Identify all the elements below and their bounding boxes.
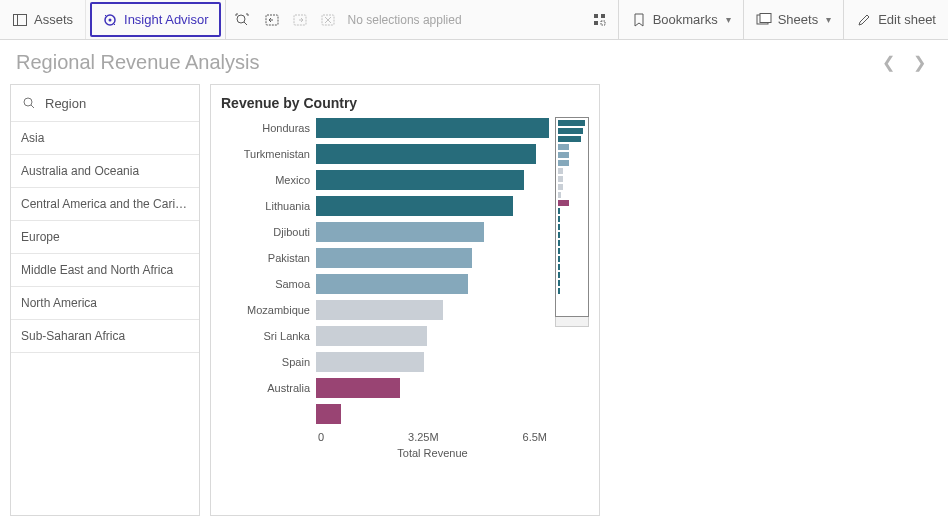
bar-fill	[316, 170, 524, 190]
bar-row[interactable]: Sri Lanka	[221, 325, 549, 347]
sheets-label: Sheets	[778, 12, 818, 27]
filter-list-item[interactable]: Europe	[11, 221, 199, 254]
clear-selections-icon	[320, 12, 336, 28]
selections-tool-button[interactable]	[582, 0, 618, 39]
svg-point-19	[24, 98, 32, 106]
bar-label: Australia	[221, 382, 316, 394]
minimap-bar	[558, 248, 560, 254]
bar-fill	[316, 352, 424, 372]
minimap-bar	[558, 256, 560, 262]
minimap-bar	[558, 184, 563, 190]
minimap-bar	[558, 152, 569, 158]
chevron-down-icon: ▾	[726, 14, 731, 25]
top-toolbar: Assets Insight Advisor No selections app…	[0, 0, 948, 40]
bar-fill	[316, 300, 443, 320]
smart-search-button[interactable]	[226, 0, 258, 39]
svg-line-20	[31, 105, 34, 108]
bar-row[interactable]: Honduras	[221, 117, 549, 139]
bar-fill	[316, 248, 472, 268]
selections-status-text: No selections applied	[342, 0, 462, 39]
bar-label: Djibouti	[221, 226, 316, 238]
bar-fill	[316, 378, 400, 398]
bar-label: Mozambique	[221, 304, 316, 316]
bar-fill	[316, 274, 468, 294]
page-title: Regional Revenue Analysis	[16, 51, 882, 74]
minimap-bar	[558, 136, 581, 142]
next-sheet-button[interactable]: ❯	[913, 53, 926, 72]
sheets-button[interactable]: Sheets ▾	[744, 0, 843, 39]
sheets-icon	[756, 12, 772, 28]
assets-button[interactable]: Assets	[0, 0, 86, 39]
axis-tick: 3.25M	[408, 431, 439, 443]
bar-fill	[316, 118, 549, 138]
bar-fill	[316, 144, 536, 164]
minimap-bar	[558, 192, 561, 198]
axis-tick: 0	[318, 431, 324, 443]
chart-title: Revenue by Country	[221, 95, 589, 111]
chevron-down-icon: ▾	[826, 14, 831, 25]
chart-bars: HondurasTurkmenistanMexicoLithuaniaDjibo…	[221, 117, 549, 425]
filter-pane: Region AsiaAustralia and OceaniaCentral …	[10, 84, 200, 516]
prev-sheet-button[interactable]: ❮	[882, 53, 895, 72]
clear-selections-button[interactable]	[314, 0, 342, 39]
chart-minimap[interactable]	[555, 117, 589, 327]
svg-rect-0	[14, 14, 27, 25]
svg-point-3	[109, 18, 112, 21]
bar-label: Spain	[221, 356, 316, 368]
region-search[interactable]: Region	[11, 85, 199, 122]
svg-line-7	[244, 22, 247, 25]
bar-row[interactable]: Mozambique	[221, 299, 549, 321]
filter-list-item[interactable]: North America	[11, 287, 199, 320]
filter-list-item[interactable]: Sub-Saharan Africa	[11, 320, 199, 353]
minimap-bar	[558, 216, 560, 222]
svg-rect-13	[594, 14, 598, 18]
svg-rect-16	[601, 21, 605, 25]
bar-row[interactable]: Mexico	[221, 169, 549, 191]
selection-back-icon	[264, 12, 280, 28]
pencil-icon	[856, 12, 872, 28]
filter-list-item[interactable]: Central America and the Cari…	[11, 188, 199, 221]
selections-back-button[interactable]	[258, 0, 286, 39]
edit-label: Edit sheet	[878, 12, 936, 27]
bar-fill	[316, 404, 341, 424]
region-search-label: Region	[45, 96, 86, 111]
bar-row[interactable]: Lithuania	[221, 195, 549, 217]
x-axis-ticks: 0 3.25M 6.5M	[221, 431, 549, 443]
selections-forward-button[interactable]	[286, 0, 314, 39]
title-row: Regional Revenue Analysis ❮ ❯	[0, 40, 948, 84]
minimap-bar	[558, 224, 560, 230]
filter-list-item[interactable]: Asia	[11, 122, 199, 155]
insight-advisor-button[interactable]: Insight Advisor	[90, 2, 221, 37]
minimap-bar	[558, 264, 560, 270]
bar-row[interactable]: Turkmenistan	[221, 143, 549, 165]
bookmarks-label: Bookmarks	[653, 12, 718, 27]
filter-list-item[interactable]: Middle East and North Africa	[11, 254, 199, 287]
bar-row[interactable]: Spain	[221, 351, 549, 373]
svg-rect-14	[601, 14, 605, 18]
minimap-bar	[558, 176, 563, 182]
bookmarks-button[interactable]: Bookmarks ▾	[619, 0, 743, 39]
filter-list-item[interactable]: Australia and Oceania	[11, 155, 199, 188]
insight-label: Insight Advisor	[124, 12, 209, 27]
selections-grid-icon	[592, 12, 608, 28]
bar-row[interactable]	[221, 403, 549, 425]
axis-tick: 6.5M	[523, 431, 547, 443]
search-icon	[21, 95, 37, 111]
minimap-bar	[558, 232, 560, 238]
bar-row[interactable]: Djibouti	[221, 221, 549, 243]
minimap-bar	[558, 200, 569, 206]
chart-card[interactable]: Revenue by Country HondurasTurkmenistanM…	[210, 84, 600, 516]
bar-label: Mexico	[221, 174, 316, 186]
bar-fill	[316, 326, 427, 346]
edit-sheet-button[interactable]: Edit sheet	[844, 0, 948, 39]
bar-label: Sri Lanka	[221, 330, 316, 342]
minimap-bar	[558, 288, 560, 294]
bar-row[interactable]: Pakistan	[221, 247, 549, 269]
bar-row[interactable]: Samoa	[221, 273, 549, 295]
minimap-bar	[558, 144, 569, 150]
bar-label: Lithuania	[221, 200, 316, 212]
minimap-bar	[558, 240, 560, 246]
bar-label: Pakistan	[221, 252, 316, 264]
svg-point-6	[237, 15, 245, 23]
bar-row[interactable]: Australia	[221, 377, 549, 399]
